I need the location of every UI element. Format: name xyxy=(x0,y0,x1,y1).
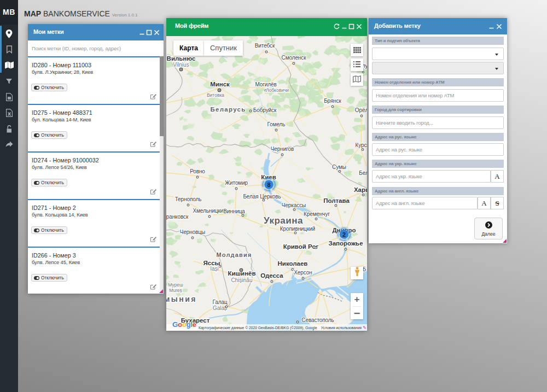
svg-text:Курск: Курск xyxy=(355,142,367,148)
svg-text:ранковск: ранковск xyxy=(166,214,189,220)
svg-text:Винница: Винница xyxy=(223,208,245,214)
svg-text:8: 8 xyxy=(267,182,271,188)
svg-text:Galați: Galați xyxy=(213,305,227,311)
svg-text:Кременчуг: Кременчуг xyxy=(304,211,330,217)
svg-text:Минск: Минск xyxy=(210,81,230,87)
svg-text:Кривой Рог: Кривой Рог xyxy=(283,243,319,250)
svg-text:Молдавия: Молдавия xyxy=(216,251,252,258)
svg-text:Харь: Харь xyxy=(354,186,367,193)
svg-text:Беларусь: Беларусь xyxy=(210,106,246,113)
svg-text:Chișinău: Chișinău xyxy=(231,277,253,283)
svg-text:Херсон: Херсон xyxy=(294,270,312,276)
svg-text:Полтава: Полтава xyxy=(323,197,350,204)
svg-text:Севастополь: Севастополь xyxy=(301,317,334,323)
svg-text:Витовка: Витовка xyxy=(207,92,224,98)
svg-text:Черновцы: Черновцы xyxy=(180,229,205,235)
svg-text:Могилёв: Могилёв xyxy=(255,81,276,87)
svg-text:Белая Церковь: Белая Церковь xyxy=(243,194,281,200)
svg-text:Гомель: Гомель xyxy=(267,121,286,127)
svg-text:Брянск: Брянск xyxy=(324,98,341,104)
svg-text:Украина: Украина xyxy=(264,215,303,226)
svg-text:Бобруйск: Бобруйск xyxy=(253,107,277,113)
svg-text:мыния: мыния xyxy=(166,295,197,303)
svg-text:Бел: Бел xyxy=(359,170,367,176)
svg-text:Вильнюс: Вильнюс xyxy=(167,55,196,62)
svg-text:Чернигов: Чернигов xyxy=(271,146,294,152)
svg-text:Житомир: Житомир xyxy=(225,180,248,186)
svg-text:Ровно: Ровно xyxy=(190,168,205,174)
svg-text:Тернополь: Тернополь xyxy=(175,196,202,202)
svg-text:Сумы: Сумы xyxy=(332,164,346,170)
svg-text:Лобковичи: Лобковичи xyxy=(266,87,289,93)
svg-text:Iași: Iași xyxy=(210,266,219,272)
svg-text:Витебск: Витебск xyxy=(255,43,275,49)
svg-text:Кропивницкий: Кропивницкий xyxy=(280,226,315,232)
svg-text:Муреш: Муреш xyxy=(168,282,183,288)
svg-text:Галац: Галац xyxy=(212,299,227,305)
svg-text:Смоленск: Смоленск xyxy=(282,55,307,61)
svg-text:Орёл: Орёл xyxy=(355,107,367,113)
svg-text:Хмельницкий: Хмельницкий xyxy=(193,208,226,214)
svg-text:2: 2 xyxy=(342,231,346,238)
svg-text:Одесса: Одесса xyxy=(260,272,283,279)
svg-text:Mureș: Mureș xyxy=(169,288,182,293)
svg-text:Vilnius: Vilnius xyxy=(173,62,189,68)
svg-text:Николаев: Николаев xyxy=(278,260,308,267)
svg-text:Черкассы: Черкассы xyxy=(282,202,306,208)
